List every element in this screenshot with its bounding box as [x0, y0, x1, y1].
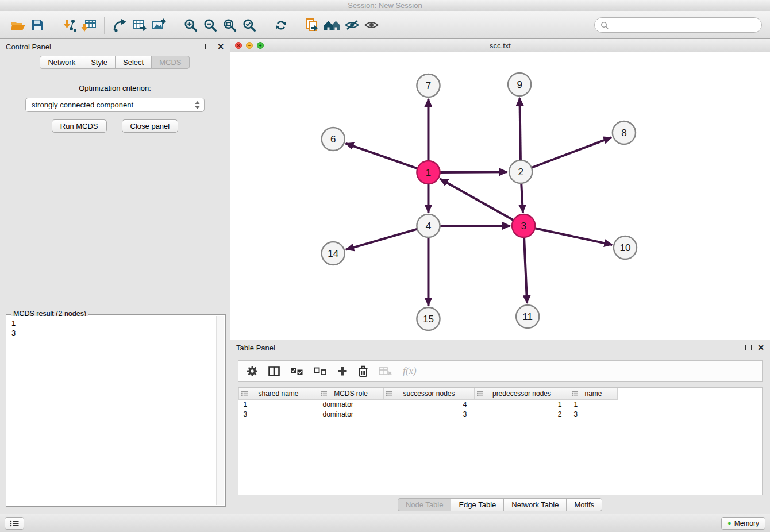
result-item[interactable]: 1 — [11, 318, 211, 328]
toolbar-separator — [104, 17, 105, 34]
hide-graphics-button[interactable] — [342, 16, 361, 35]
save-session-button[interactable] — [28, 16, 47, 35]
cell-mcds-role[interactable]: dominator — [318, 399, 384, 409]
column-header-predecessor-nodes[interactable]: predecessor nodes — [475, 388, 569, 399]
tab-motifs[interactable]: Motifs — [566, 498, 602, 511]
close-panel-icon[interactable]: ✕ — [217, 43, 224, 51]
cell-mcds-role[interactable]: dominator — [318, 409, 384, 419]
cell-name[interactable]: 3 — [569, 409, 618, 419]
close-panel-icon[interactable]: ✕ — [757, 344, 764, 352]
graph-node-9[interactable]: 9 — [508, 73, 531, 96]
control-panel-window-buttons: ✕ — [205, 43, 224, 51]
deselect-all-columns-button[interactable] — [314, 367, 327, 376]
graph-edge-4-14[interactable] — [346, 229, 418, 249]
zoom-fit-button[interactable] — [220, 16, 240, 35]
graph-edge-3-11[interactable] — [524, 237, 527, 303]
maximize-window-icon[interactable]: + — [257, 42, 264, 49]
minimize-window-icon[interactable]: − — [246, 42, 253, 49]
graph-edge-2-9[interactable] — [519, 98, 520, 161]
optimization-criterion-select[interactable]: strongly connected component — [25, 98, 205, 112]
mcds-result-list[interactable]: 1 3 — [7, 316, 215, 505]
graph-node-6[interactable]: 6 — [322, 128, 345, 151]
graph-edge-3-10[interactable] — [534, 228, 613, 245]
clone-network-button[interactable] — [303, 16, 322, 35]
graph-edge-3-1[interactable] — [440, 179, 514, 220]
zoom-in-button[interactable] — [181, 16, 201, 35]
new-network-button[interactable] — [110, 16, 130, 35]
zoom-out-button[interactable] — [201, 16, 220, 35]
eye-slash-icon — [344, 19, 360, 31]
function-builder-button-disabled[interactable]: f(x) — [403, 365, 417, 377]
graph-node-4[interactable]: 4 — [417, 214, 440, 237]
copy-document-icon — [305, 18, 320, 33]
open-session-button[interactable] — [8, 16, 28, 35]
graph-edge-2-3[interactable] — [521, 183, 523, 213]
show-graphics-button[interactable] — [361, 16, 381, 35]
table-row[interactable]: 3 dominator 3 2 3 — [239, 409, 763, 419]
tab-mcds[interactable]: MCDS — [151, 56, 189, 69]
close-window-icon[interactable]: ✕ — [235, 42, 242, 49]
import-table-button[interactable] — [79, 16, 98, 35]
graph-edge-1-2[interactable] — [440, 172, 508, 172]
search-input[interactable] — [612, 21, 756, 29]
refresh-view-button[interactable] — [271, 16, 291, 35]
table-settings-button[interactable] — [247, 365, 258, 377]
cell-successor-nodes[interactable]: 4 — [384, 399, 475, 409]
memory-status-icon: ● — [727, 520, 732, 526]
graph-node-3[interactable]: 3 — [512, 214, 535, 237]
close-panel-button[interactable]: Close panel — [122, 119, 179, 133]
create-column-button[interactable] — [337, 366, 348, 376]
graph-node-7[interactable]: 7 — [417, 74, 440, 97]
cell-successor-nodes[interactable]: 3 — [384, 409, 475, 419]
show-panels-button[interactable] — [5, 517, 24, 530]
table-row[interactable]: 1 dominator 4 1 1 — [239, 399, 763, 409]
cell-predecessor-nodes[interactable]: 2 — [475, 409, 569, 419]
cell-predecessor-nodes[interactable]: 1 — [475, 399, 569, 409]
graph-node-15[interactable]: 15 — [417, 307, 440, 330]
global-search[interactable] — [594, 17, 762, 33]
column-header-successor-nodes[interactable]: successor nodes — [384, 388, 475, 399]
float-panel-icon[interactable] — [745, 345, 752, 350]
column-header-mcds-role[interactable]: MCDS role — [318, 388, 384, 399]
network-window: scc.txt ✕ − + 7 — [230, 39, 770, 340]
graph-node-14[interactable]: 14 — [322, 242, 345, 265]
column-label: name — [584, 390, 602, 398]
cell-shared-name[interactable]: 3 — [239, 409, 318, 419]
cell-shared-name[interactable]: 1 — [239, 399, 318, 409]
new-table-button[interactable] — [130, 16, 149, 35]
memory-button[interactable]: ● Memory — [721, 517, 765, 530]
zoom-selected-button[interactable] — [240, 16, 259, 35]
graph-node-2[interactable]: 2 — [509, 160, 532, 183]
result-scrollbar[interactable] — [216, 316, 224, 505]
refresh-icon — [274, 18, 288, 32]
cell-name[interactable]: 1 — [569, 399, 618, 409]
graph-node-10[interactable]: 10 — [614, 236, 637, 259]
tab-edge-table[interactable]: Edge Table — [451, 498, 504, 511]
graph-node-11[interactable]: 11 — [516, 305, 539, 328]
tab-style[interactable]: Style — [83, 56, 116, 69]
run-mcds-button[interactable]: Run MCDS — [52, 119, 107, 133]
delete-column-button[interactable] — [358, 365, 368, 377]
column-header-shared-name[interactable]: shared name — [239, 388, 318, 399]
export-image-button[interactable] — [149, 16, 169, 35]
column-header-name[interactable]: name — [569, 388, 618, 399]
tab-node-table[interactable]: Node Table — [398, 498, 452, 511]
tab-network-table[interactable]: Network Table — [503, 498, 567, 511]
graph-edge-1-6[interactable] — [346, 144, 418, 169]
import-network-button[interactable] — [59, 16, 79, 35]
result-item[interactable]: 3 — [11, 328, 211, 338]
show-column-panel-button[interactable] — [268, 366, 280, 376]
tab-network[interactable]: Network — [40, 56, 83, 69]
graph-edge-2-8[interactable] — [531, 137, 611, 168]
mcds-result-box: MCDS result (2 nodes) 1 3 — [6, 314, 226, 507]
network-canvas[interactable]: 7968124314101511 — [230, 52, 770, 340]
tab-select[interactable]: Select — [115, 56, 152, 69]
delete-table-button-disabled[interactable] — [379, 367, 392, 376]
network-graph[interactable]: 7968124314101511 — [230, 52, 770, 340]
graph-node-1[interactable]: 1 — [417, 161, 440, 184]
list-icon — [10, 520, 19, 527]
home-networks-button[interactable] — [322, 16, 342, 35]
graph-node-8[interactable]: 8 — [613, 121, 636, 144]
select-all-columns-button[interactable] — [290, 367, 303, 376]
float-panel-icon[interactable] — [205, 44, 211, 49]
